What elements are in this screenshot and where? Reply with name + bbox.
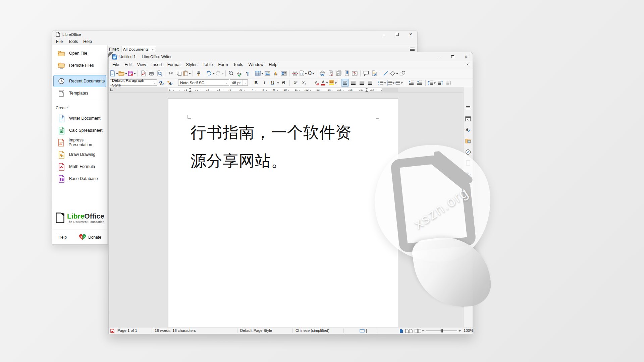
export-pdf-button[interactable] (140, 69, 147, 77)
line-spacing-button[interactable] (428, 79, 436, 87)
book-view-icon[interactable] (415, 329, 421, 334)
menu-help[interactable]: Help (266, 62, 280, 67)
sidebar-item-base-database[interactable]: Base Database (53, 173, 106, 185)
update-style-button[interactable]: A (158, 79, 165, 87)
sidebar-item-writer-document[interactable]: Writer Document (53, 112, 106, 124)
selection-mode-icon[interactable] (360, 329, 368, 334)
horizontal-ruler[interactable]: 1 1 2 3 4 5 6 7 8 9 10 11 12 13 14 15 16… (109, 87, 464, 93)
properties-icon[interactable] (465, 115, 472, 122)
unsaved-changes-icon[interactable] (110, 329, 114, 334)
filter-dropdown[interactable]: All Documents ⌄ (121, 46, 155, 52)
spelling-button[interactable]: abc (235, 69, 243, 77)
highlight-color-button[interactable]: ab (329, 79, 337, 87)
document-text[interactable]: 行书指南，一个软件资 源分享网站。 (191, 118, 378, 175)
save-button[interactable] (127, 69, 136, 77)
underline-button[interactable]: U (269, 79, 279, 87)
status-language[interactable]: Chinese (simplified) (296, 328, 329, 333)
sidebar-item-open-file[interactable]: Open File (53, 47, 106, 59)
outline-list-button[interactable]: 1 (395, 79, 403, 87)
menu-form[interactable]: Form (215, 62, 230, 67)
justified-button[interactable] (366, 79, 374, 87)
print-button[interactable] (148, 69, 155, 77)
increase-indent-button[interactable] (407, 79, 415, 87)
menu-edit[interactable]: Edit (122, 62, 135, 67)
insert-field-button[interactable]: [-] (299, 69, 307, 77)
find-and-replace-button[interactable]: a (227, 69, 235, 77)
redo-button[interactable] (215, 69, 224, 77)
status-word-count[interactable]: 16 words, 16 characters (155, 328, 196, 333)
unordered-list-button[interactable] (378, 79, 386, 87)
bold-button[interactable]: B (252, 79, 260, 87)
show-draw-functions-button[interactable] (398, 69, 406, 77)
menu-insert[interactable]: Insert (149, 62, 165, 67)
paste-button[interactable] (183, 69, 191, 77)
insert-page-break-button[interactable] (291, 69, 299, 77)
paragraph-style-combobox[interactable]: Default Paragraph Style⌄ (110, 79, 157, 86)
menu-view[interactable]: View (135, 62, 149, 67)
insert-endnote-button[interactable]: {i} (335, 69, 342, 77)
increase-paragraph-spacing-button[interactable] (436, 79, 444, 87)
decrease-indent-button[interactable] (416, 79, 423, 87)
minimize-icon[interactable]: – (377, 31, 390, 38)
menu-tools[interactable]: Tools (65, 39, 80, 44)
insert-text-box-button[interactable]: A (280, 69, 287, 77)
insert-cross-reference-button[interactable] (351, 69, 359, 77)
menu-file[interactable]: File (110, 62, 122, 67)
font-color-button[interactable]: A (321, 79, 328, 87)
insert-line-button[interactable] (382, 69, 389, 77)
copy-button[interactable] (175, 69, 183, 77)
help-button[interactable]: Help (58, 235, 67, 240)
writer-titlebar[interactable]: Untitled 1 — LibreOffice Writer – ✕ (109, 52, 473, 61)
clear-formatting-button[interactable]: A (312, 79, 320, 87)
ordered-list-button[interactable]: 123 (387, 79, 394, 87)
sidebar-item-remote-files[interactable]: Remote Files (53, 59, 106, 71)
single-page-view-icon[interactable] (399, 329, 403, 334)
subscript-button[interactable]: X₂ (300, 79, 308, 87)
strikethrough-button[interactable]: S (280, 79, 287, 87)
sidebar-item-calc-spreadsheet[interactable]: Calc Spreadsheet (53, 124, 106, 136)
menu-window[interactable]: Window (246, 62, 266, 67)
zoom-out-icon[interactable]: − (422, 328, 425, 333)
tab-stop-type-selector[interactable] (110, 88, 113, 91)
donate-button[interactable]: Donate (88, 235, 101, 240)
cut-button[interactable]: ✂ (167, 69, 175, 77)
sidebar-item-draw-drawing[interactable]: Draw Drawing (53, 148, 106, 161)
close-icon[interactable]: ✕ (459, 52, 473, 61)
basic-shapes-button[interactable] (390, 69, 398, 77)
insert-special-character-button[interactable]: Ω (307, 69, 315, 77)
insert-footnote-button[interactable]: 1 (327, 69, 334, 77)
status-page-style[interactable]: Default Page Style (240, 328, 272, 333)
multi-page-view-icon[interactable] (405, 329, 413, 334)
menu-styles[interactable]: Styles (183, 62, 200, 67)
formatting-marks-button[interactable]: ¶ (244, 69, 251, 77)
sidebar-menu-icon[interactable] (465, 104, 472, 111)
document-page[interactable]: 行书指南，一个软件资 源分享网站。 (168, 98, 398, 328)
maximize-icon[interactable] (446, 52, 459, 61)
insert-comment-button[interactable] (362, 69, 370, 77)
sidebar-item-recent-documents[interactable]: Recent Documents (53, 75, 106, 87)
status-zoom-level[interactable]: 100% (464, 328, 473, 333)
insert-image-button[interactable] (264, 69, 271, 77)
new-document-button[interactable] (110, 69, 118, 77)
right-indent-marker[interactable] (365, 88, 368, 89)
first-line-indent-marker[interactable] (189, 88, 192, 89)
italic-button[interactable]: I (261, 79, 268, 87)
insert-chart-button[interactable] (272, 69, 279, 77)
font-name-combobox[interactable]: Noto Serif SC⌄ (178, 79, 229, 86)
left-indent-marker[interactable] (189, 90, 192, 92)
zoom-in-icon[interactable]: + (459, 328, 461, 333)
close-document-icon[interactable]: ✕ (464, 63, 472, 66)
minimize-icon[interactable]: – (432, 52, 446, 61)
gallery-icon[interactable] (465, 137, 472, 144)
align-center-button[interactable] (350, 79, 357, 87)
close-icon[interactable]: ✕ (404, 31, 417, 38)
styles-icon[interactable]: A (465, 126, 472, 133)
font-size-combobox[interactable]: 48 pt⌄ (230, 79, 248, 86)
sidebar-item-math-formula[interactable]: Math Formula (53, 161, 106, 173)
menu-help[interactable]: Help (80, 39, 95, 44)
insert-bookmark-button[interactable] (343, 69, 351, 77)
menu-table[interactable]: Table (200, 62, 215, 67)
status-page-number[interactable]: Page 1 of 1 (117, 328, 137, 333)
right-indent-marker-low[interactable] (365, 90, 368, 92)
menu-format[interactable]: Format (165, 62, 183, 67)
